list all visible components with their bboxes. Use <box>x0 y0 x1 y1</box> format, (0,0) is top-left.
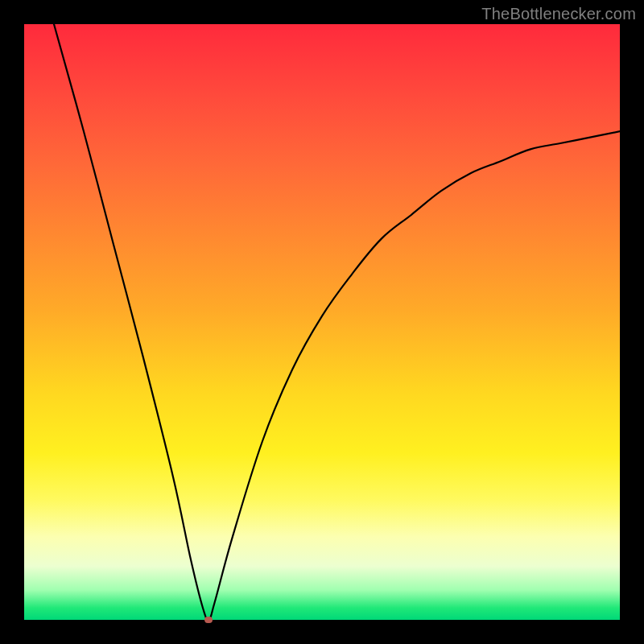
bottleneck-curve <box>54 24 620 620</box>
plot-area <box>24 24 620 620</box>
marker-dot <box>204 617 213 623</box>
attribution-text: TheBottlenecker.com <box>481 5 636 23</box>
curve-svg <box>24 24 620 620</box>
